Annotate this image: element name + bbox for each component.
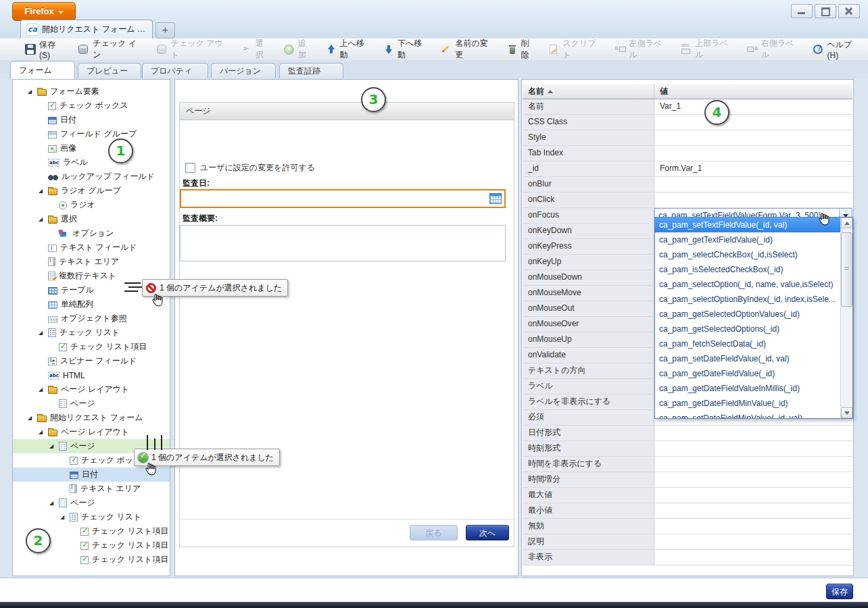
audit-date-input[interactable] — [180, 189, 506, 208]
property-name[interactable]: CSS Class — [523, 115, 654, 130]
tree-item[interactable]: チェック リスト項目 — [13, 340, 170, 354]
tree-item[interactable]: ページ — [13, 397, 170, 411]
dropdown-option[interactable]: ca_pam_selectCheckBox(_id,isSelect) — [655, 247, 841, 262]
value-column-header[interactable]: 値 — [654, 84, 852, 99]
move-up-button[interactable]: 上へ移動 — [320, 41, 377, 57]
property-value[interactable]: Var_1 — [654, 99, 852, 114]
scroll-up-button[interactable] — [841, 218, 852, 228]
property-name[interactable]: onKeyUp — [523, 255, 654, 270]
save-button-footer[interactable]: 保存 — [826, 584, 853, 599]
property-name[interactable]: onBlur — [523, 177, 654, 192]
property-name[interactable]: 時刻形式 — [523, 441, 654, 456]
property-value[interactable] — [654, 193, 852, 207]
tree-item[interactable]: 画像 — [13, 141, 170, 155]
tree-item[interactable]: ◢選択 — [13, 212, 170, 226]
checkin-button[interactable]: チェック イン — [71, 41, 149, 57]
tree-item[interactable]: ルックアップ フィールド — [13, 170, 170, 184]
property-name[interactable]: ラベルを非表示にする — [523, 395, 654, 409]
new-tab-button[interactable]: + — [155, 22, 175, 39]
property-value[interactable] — [654, 488, 852, 503]
property-name[interactable]: 説明 — [523, 534, 654, 549]
property-value[interactable] — [654, 457, 852, 472]
property-name[interactable]: テキストの方向 — [523, 363, 654, 378]
property-value[interactable] — [654, 177, 852, 192]
property-name[interactable]: 名前 — [523, 99, 654, 114]
property-name[interactable]: onMouseOver — [523, 317, 654, 332]
property-name[interactable]: onKeyDown — [523, 224, 654, 238]
audit-summary-textarea[interactable] — [180, 225, 506, 261]
expander-icon[interactable]: ◢ — [49, 500, 59, 506]
tree-item[interactable]: 単純配列 — [13, 297, 170, 311]
tab-form[interactable]: フォーム — [10, 61, 75, 79]
property-name[interactable]: 非表示 — [523, 550, 654, 565]
property-name[interactable]: 時間を非表示にする — [523, 457, 654, 472]
tab-properties[interactable]: プロパティ — [142, 63, 208, 78]
property-value[interactable] — [654, 146, 852, 161]
tree-item[interactable]: オプション — [13, 226, 170, 240]
property-name[interactable]: ラベル — [523, 379, 654, 394]
dropdown-option[interactable]: ca_pam_setDateFieldMinValue(_id, val) — [655, 411, 841, 418]
tab-version[interactable]: バージョン — [211, 63, 276, 78]
property-name[interactable]: onMouseUp — [523, 332, 654, 347]
dropdown-option[interactable]: ca_pam_getDateFieldValue(_id) — [655, 366, 841, 381]
property-value[interactable] — [654, 472, 852, 487]
property-name[interactable]: onKeyPress — [523, 239, 654, 254]
expander-icon[interactable]: ◢ — [28, 88, 37, 95]
dropdown-option[interactable]: ca_pam_getSelectedOptions(_id) — [655, 322, 841, 336]
property-value[interactable] — [654, 550, 852, 565]
tree-item[interactable]: ◢チェック リスト — [13, 510, 170, 524]
dropdown-option[interactable]: ca_pam_isSelectedCheckBox(_id) — [655, 262, 841, 277]
expander-icon[interactable]: ◢ — [39, 386, 48, 392]
tree-item[interactable]: テキスト エリア — [13, 482, 170, 496]
expander-icon[interactable]: ◢ — [39, 429, 48, 435]
tree-item[interactable]: ラベル — [13, 155, 170, 170]
property-name[interactable]: 最大値 — [523, 488, 654, 503]
property-name[interactable]: onClick — [523, 193, 654, 207]
property-name[interactable]: onFocus — [523, 208, 654, 223]
property-name[interactable]: 時間増分 — [523, 472, 654, 487]
expander-icon[interactable]: ◢ — [60, 514, 70, 520]
tree-item[interactable]: テキスト フィールド — [13, 240, 170, 255]
browser-tab[interactable]: ca 開始リクエスト フォーム (バージョン ... — [20, 20, 153, 39]
dropdown-option[interactable]: ca_pam_selectOption(_id, name, value,isS… — [655, 277, 841, 292]
dropdown-option[interactable]: ca_pam_getTextFieldValue(_id) — [655, 232, 841, 247]
calendar-picker-button[interactable] — [488, 192, 503, 205]
property-name[interactable]: onMouseDown — [523, 270, 654, 285]
property-value[interactable] — [654, 426, 852, 440]
maximize-button[interactable] — [815, 4, 836, 18]
tree-item[interactable]: ◢ページ — [13, 496, 170, 510]
expander-icon[interactable]: ◢ — [28, 415, 37, 421]
expander-icon[interactable]: ◢ — [49, 443, 59, 449]
property-name[interactable]: Tab Index — [523, 146, 654, 161]
tree-item[interactable]: チェック ボックス — [13, 99, 170, 113]
tree-item[interactable]: ◢ページ レイアウト — [13, 382, 170, 397]
next-button[interactable]: 次へ — [466, 525, 509, 540]
dropdown-option[interactable]: ca_pam_selectOptionByIndex(_id, index,is… — [655, 292, 841, 307]
property-name[interactable]: onMouseMove — [523, 286, 654, 301]
tree-item[interactable]: ◢開始リクエスト フォーム — [13, 411, 170, 425]
name-column-header[interactable]: 名前 — [523, 84, 654, 99]
expander-icon[interactable]: ◢ — [39, 330, 48, 336]
property-value[interactable] — [654, 503, 852, 518]
dropdown-option[interactable]: ca_pam_getDateFieldValueInMillis(_id) — [655, 381, 841, 396]
back-button[interactable]: 戻る — [410, 525, 458, 540]
property-name[interactable]: 最小値 — [523, 503, 654, 518]
property-name[interactable]: onValidate — [523, 348, 654, 363]
move-down-button[interactable]: 下へ移動 — [377, 41, 435, 57]
tree-item[interactable]: スピナー フィールド — [13, 354, 170, 368]
scrollbar-thumb[interactable] — [841, 232, 852, 307]
property-value[interactable] — [654, 534, 852, 549]
tree-item[interactable]: テキスト エリア — [13, 255, 170, 269]
scroll-down-button[interactable] — [841, 407, 852, 418]
tree-item[interactable]: フィールド グループ — [13, 127, 170, 141]
property-name[interactable]: 日付形式 — [523, 426, 654, 440]
dropdown-option[interactable]: ca_pam_fetchSelectData(_id) — [655, 336, 841, 351]
tree-item[interactable]: チェック リスト項目 — [13, 553, 170, 567]
minimize-button[interactable] — [791, 4, 813, 18]
tree-item[interactable]: ◢チェック リスト — [13, 326, 170, 340]
property-value[interactable] — [654, 115, 852, 130]
help-button[interactable]: ヘルプ(H) — [806, 41, 868, 57]
property-name[interactable]: 必須 — [523, 410, 654, 425]
allow-change-checkbox[interactable] — [185, 163, 195, 173]
tree-item[interactable]: ラジオ — [13, 198, 170, 212]
